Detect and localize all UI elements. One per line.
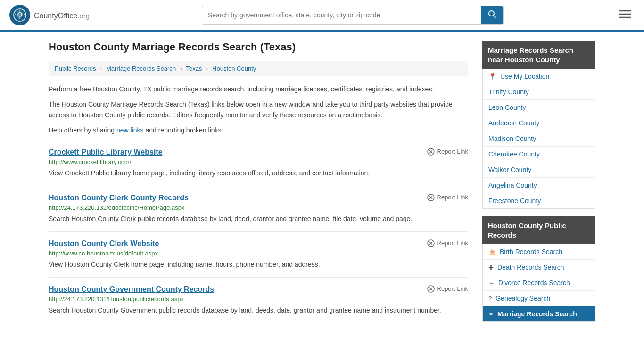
sidebar: Marriage Records Search near Houston Cou… <box>482 41 595 329</box>
breadcrumb: Public Records › Marriage Records Search… <box>49 61 468 76</box>
walker-county-link[interactable]: Walker County <box>488 166 531 173</box>
result-title-4[interactable]: Houston County Government County Records <box>49 285 214 294</box>
report-icon-2 <box>427 194 435 201</box>
report-label-2: Report Link <box>437 194 468 201</box>
result-url-2[interactable]: http://24.173.220.131/edoctecinc/HomePag… <box>49 204 468 211</box>
genealogy-link[interactable]: Genealogy Search <box>495 295 550 302</box>
search-icon <box>488 10 496 18</box>
sidebar-nearby-header: Marriage Records Search near Houston Cou… <box>482 41 595 69</box>
result-card-4: Houston County Government County Records… <box>49 278 468 323</box>
marriage-records-icon: ⚭ <box>488 311 494 318</box>
sidebar-freestone-county[interactable]: Freestone County <box>483 193 595 208</box>
breadcrumb-houston-county[interactable]: Houston County <box>212 65 256 72</box>
intro-paragraph-1: Perform a free Houston County, TX public… <box>49 84 468 94</box>
result-url-1[interactable]: http://www.crockettlibrary.com/ <box>49 158 468 165</box>
search-button[interactable] <box>481 6 503 24</box>
freestone-county-link[interactable]: Freestone County <box>488 197 541 205</box>
result-desc-2: Search Houston County Clerk public recor… <box>49 214 468 224</box>
death-records-icon: ✚ <box>488 264 494 271</box>
divorce-records-icon: ↔ <box>488 280 495 287</box>
result-header-1: Crockett Public Library Website Report L… <box>49 148 468 158</box>
result-card-3: Houston County Clerk Website Report Link… <box>49 232 468 278</box>
angelina-county-link[interactable]: Angelina County <box>488 181 537 189</box>
sidebar-madison-county[interactable]: Madison County <box>483 131 595 147</box>
breadcrumb-public-records[interactable]: Public Records <box>55 65 96 72</box>
breadcrumb-sep-2: › <box>180 65 182 72</box>
logo-text: CountyOffice.org <box>34 10 90 21</box>
report-link-3[interactable]: Report Link <box>427 239 468 247</box>
report-label-4: Report Link <box>437 285 468 292</box>
use-my-location-link[interactable]: Use My Location <box>500 73 549 80</box>
logo-area[interactable]: CountyOffice.org <box>9 5 90 25</box>
logo-icon <box>9 5 30 25</box>
new-links-link[interactable]: new links <box>116 126 144 134</box>
sidebar-death-records[interactable]: ✚ Death Records Search <box>483 260 595 275</box>
sidebar-birth-records[interactable]: 🎂 Birth Records Search <box>483 244 595 260</box>
leon-county-link[interactable]: Leon County <box>488 104 526 111</box>
search-area <box>202 6 504 25</box>
sidebar-public-records-header: Houston County Public Records <box>482 216 595 244</box>
intro3-pre-text: Help others by sharing <box>49 126 116 134</box>
sidebar-cherokee-county[interactable]: Cherokee County <box>483 147 595 162</box>
page-title: Houston County Marriage Records Search (… <box>49 41 468 53</box>
result-title-3[interactable]: Houston County Clerk Website <box>49 239 159 248</box>
birth-records-link[interactable]: Birth Records Search <box>500 248 562 255</box>
result-header-4: Houston County Government County Records… <box>49 285 468 296</box>
header: CountyOffice.org <box>0 0 644 32</box>
trinity-county-link[interactable]: Trinity County <box>488 88 529 96</box>
report-icon-4 <box>427 285 435 293</box>
result-desc-3: View Houston County Clerk home page, inc… <box>49 260 468 270</box>
sidebar-genealogy-search[interactable]: ? Genealogy Search <box>483 291 595 306</box>
result-header-3: Houston County Clerk Website Report Link <box>49 239 468 250</box>
anderson-county-link[interactable]: Anderson County <box>488 119 539 127</box>
result-desc-1: View Crockett Public Library home page, … <box>49 168 468 178</box>
result-title-2[interactable]: Houston County Clerk County Records <box>49 194 189 202</box>
report-icon-1 <box>427 148 435 156</box>
result-url-4[interactable]: http://24.173.220.131/Houston/publicreco… <box>49 296 468 303</box>
result-card-1: Crockett Public Library Website Report L… <box>49 140 468 186</box>
results-list: Crockett Public Library Website Report L… <box>49 140 468 323</box>
sidebar-leon-county[interactable]: Leon County <box>483 100 595 115</box>
breadcrumb-sep-3: › <box>206 65 208 72</box>
intro3-post-text: and reporting broken links. <box>144 126 223 134</box>
hamburger-icon <box>619 10 631 18</box>
report-label-3: Report Link <box>437 239 468 247</box>
cherokee-county-link[interactable]: Cherokee County <box>488 150 540 158</box>
intro-paragraph-2: The Houston County Marriage Records Sear… <box>49 99 468 120</box>
search-input[interactable] <box>202 8 481 23</box>
logo-main-text: CountyOffice <box>34 12 77 20</box>
sidebar-marriage-records[interactable]: ⚭ Marriage Records Search <box>483 306 595 321</box>
birth-records-icon: 🎂 <box>488 248 496 255</box>
result-card-2: Houston County Clerk County Records Repo… <box>49 186 468 232</box>
main-container: Houston County Marriage Records Search (… <box>39 32 605 339</box>
sidebar-walker-county[interactable]: Walker County <box>483 162 595 178</box>
report-icon-3 <box>427 239 435 247</box>
sidebar-divorce-records[interactable]: ↔ Divorce Records Search <box>483 275 595 291</box>
genealogy-icon: ? <box>488 295 492 302</box>
sidebar-angelina-county[interactable]: Angelina County <box>483 178 595 193</box>
marriage-records-link[interactable]: Marriage Records Search <box>497 310 577 318</box>
report-link-1[interactable]: Report Link <box>427 148 468 156</box>
svg-line-7 <box>494 16 496 18</box>
sidebar-trinity-county[interactable]: Trinity County <box>483 84 595 100</box>
report-label-1: Report Link <box>437 148 468 155</box>
madison-county-link[interactable]: Madison County <box>488 135 536 142</box>
sidebar-anderson-county[interactable]: Anderson County <box>483 115 595 131</box>
divorce-records-link[interactable]: Divorce Records Search <box>498 279 570 287</box>
report-link-4[interactable]: Report Link <box>427 285 468 293</box>
pin-icon: 📍 <box>488 73 496 80</box>
result-title-1[interactable]: Crockett Public Library Website <box>49 148 163 156</box>
use-my-location-item[interactable]: 📍 Use My Location <box>483 69 595 84</box>
intro-paragraph-3: Help others by sharing new links and rep… <box>49 125 468 135</box>
sidebar-public-records-list: 🎂 Birth Records Search ✚ Death Records S… <box>482 244 595 322</box>
breadcrumb-sep-1: › <box>100 65 102 72</box>
menu-button[interactable] <box>616 7 635 23</box>
logo-suffix: .org <box>77 12 90 20</box>
death-records-link[interactable]: Death Records Search <box>497 263 564 271</box>
report-link-2[interactable]: Report Link <box>427 194 468 201</box>
breadcrumb-marriage-records-search[interactable]: Marriage Records Search <box>106 65 176 72</box>
result-desc-4: Search Houston County Government public … <box>49 305 468 315</box>
breadcrumb-texas[interactable]: Texas <box>186 65 202 72</box>
sidebar-nearby-list: 📍 Use My Location Trinity County Leon Co… <box>482 69 595 209</box>
result-url-3[interactable]: http://www.co.houston.tx.us/default.aspx <box>49 250 468 257</box>
